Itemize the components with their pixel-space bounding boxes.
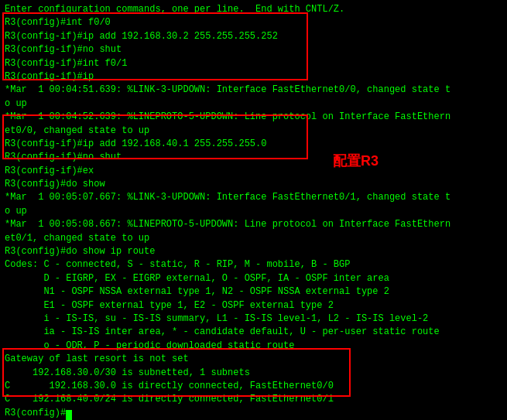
terminal-line: C 192.168.40.0/24 is directly connected,…: [5, 393, 502, 406]
terminal-line: o up: [5, 205, 502, 218]
terminal-line: *Mar 1 00:05:08.667: %LINEPROTO-5-UPDOWN…: [5, 218, 502, 231]
terminal-line: R3(config-if)#ip add 192.168.30.2 255.25…: [5, 30, 502, 43]
terminal-line: Enter configuration commands, one per li…: [5, 3, 502, 16]
terminal-window: Enter configuration commands, one per li…: [0, 0, 507, 420]
terminal-line: R3(config)#do show: [5, 178, 502, 191]
terminal-line: R3(config)#do show ip route: [5, 245, 502, 258]
terminal-line: E1 - OSPF external type 1, E2 - OSPF ext…: [5, 299, 502, 312]
terminal-line: R3(config-if)#ex: [5, 165, 502, 178]
terminal-line: *Mar 1 00:04:51.639: %LINK-3-UPDOWN: Int…: [5, 84, 502, 97]
terminal-line: Gateway of last resort is not set: [5, 353, 502, 366]
terminal-line: R3(config-if)#no shut: [5, 151, 502, 164]
terminal-line: R3(config-if)#ip: [5, 70, 502, 84]
terminal-line: N1 - OSPF NSSA external type 1, N2 - OSP…: [5, 285, 502, 299]
terminal-line: C 192.168.30.0 is directly connected, Fa…: [5, 380, 502, 393]
terminal-line: ia - IS-IS inter area, * - candidate def…: [5, 326, 502, 339]
terminal-line: R3(config)#: [5, 407, 502, 420]
terminal-line: R3(config-if)#int f0/1: [5, 57, 502, 70]
terminal-line: 192.168.30.0/30 is subnetted, 1 subnets: [5, 367, 502, 380]
terminal-line: *Mar 1 00:05:07.667: %LINK-3-UPDOWN: Int…: [5, 191, 502, 204]
terminal-line: o up: [5, 97, 502, 111]
terminal-line: Codes: C - connected, S - static, R - RI…: [5, 258, 502, 271]
terminal-cursor: [66, 410, 72, 420]
terminal-line: D - EIGRP, EX - EIGRP external, O - OSPF…: [5, 272, 502, 285]
terminal-line: o - ODR, P - periodic downloaded static …: [5, 340, 502, 353]
terminal-line: *Mar 1 00:04:52.639: %LINEPROTO-5-UPDOWN…: [5, 111, 502, 124]
terminal-line: i - IS-IS, su - IS-IS summary, L1 - IS-I…: [5, 312, 502, 326]
terminal-line: et0/1, changed state to up: [5, 232, 502, 245]
terminal-line: et0/0, changed state to up: [5, 125, 502, 138]
terminal-line: R3(config)#int f0/0: [5, 16, 502, 29]
config-label: 配置R3: [333, 152, 379, 170]
terminal-line: R3(config-if)#no shut: [5, 43, 502, 56]
terminal-line: R3(config-if)#ip add 192.168.40.1 255.25…: [5, 138, 502, 151]
